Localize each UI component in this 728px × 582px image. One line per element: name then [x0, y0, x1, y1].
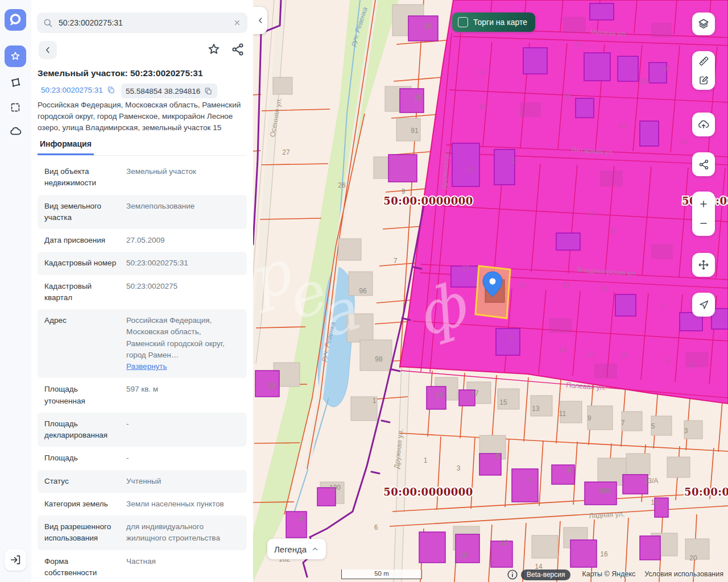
parcel-number-label: 6 — [689, 363, 693, 371]
row-value: Земли населенных пунктов — [118, 498, 240, 510]
app-logo[interactable] — [5, 9, 26, 31]
legend-label: Легенда — [274, 544, 307, 554]
cloud-icon — [9, 125, 22, 138]
parcel-number-label: 13/А — [644, 477, 659, 485]
parcel-number-label: 11 — [511, 157, 518, 165]
expand-address-link[interactable]: Развернуть — [126, 362, 167, 371]
parcel-number-label: 19 — [424, 22, 432, 30]
search-input[interactable] — [57, 18, 228, 28]
pan-mode-button[interactable] — [692, 253, 715, 277]
table-row: Категория земельЗемли населенных пунктов — [38, 493, 247, 516]
parcel-number-label: 14 — [558, 346, 566, 354]
selected-parcel[interactable] — [475, 266, 510, 318]
parcel-number-label: 3 — [684, 427, 688, 435]
login-icon — [9, 554, 22, 566]
row-label: Площадь уточненная — [44, 384, 118, 407]
parcel-number-label: 52 — [680, 138, 688, 146]
row-label: Кадастровый номер — [44, 257, 118, 269]
sidebar-item-area-polygon[interactable] — [5, 72, 26, 93]
row-value: Российская Федерация, Московская область… — [118, 315, 240, 372]
share-object-button[interactable] — [230, 42, 245, 59]
table-row: Кадастровый квартал50:23:0020275 — [38, 275, 247, 310]
table-row: Вид разрешенного использованиядля индиви… — [38, 516, 247, 550]
quarter-number-label: 50:00:0000000 — [383, 195, 473, 207]
table-row: АдресРоссийская Федерация, Московская об… — [38, 309, 247, 378]
measure-button[interactable] — [692, 51, 715, 70]
parcel-number-label: 3 — [457, 464, 461, 472]
parcel-number-label: 10 — [466, 165, 474, 173]
row-value: для индивидуального жилищного строительс… — [118, 521, 240, 544]
parcel-number-label: 12 — [500, 539, 508, 547]
table-row: Площадь декларированная- — [38, 413, 247, 447]
zoom-control — [692, 192, 715, 236]
row-label: Площадь декларированная — [44, 418, 118, 442]
object-detail-panel: Земельный участок: 50:23:0020275:31 50:2… — [31, 0, 253, 582]
locate-me-button[interactable] — [692, 293, 715, 317]
map-canvas[interactable]: реаф Мирная ул.Янтарная ул.Владимирская … — [253, 0, 728, 582]
login-button[interactable] — [5, 549, 26, 571]
back-button[interactable] — [39, 41, 57, 59]
parcel-number-label: 16 — [662, 65, 670, 73]
terms-of-use-link[interactable]: Условия использования — [644, 570, 723, 578]
plus-icon — [697, 198, 710, 210]
cadastral-map[interactable]: реаф Мирная ул.Янтарная ул.Владимирская … — [253, 0, 728, 582]
favorite-button[interactable] — [206, 42, 221, 59]
row-value: - — [118, 452, 240, 464]
legend-button[interactable]: Легенда — [267, 539, 326, 559]
scale-label: 50 m — [374, 570, 389, 577]
tab-information[interactable]: Информация — [38, 139, 94, 155]
sidebar-item-favorites[interactable] — [5, 45, 26, 67]
parcel-number-label: 5 — [510, 334, 514, 342]
sidebar-item-select-region[interactable] — [5, 97, 26, 118]
clear-search-icon[interactable] — [233, 18, 242, 27]
parcel-number-label: 52 — [574, 40, 582, 48]
draw-button[interactable] — [692, 70, 715, 90]
search-bar[interactable] — [37, 13, 247, 33]
parcel-number-label: 895 — [599, 487, 611, 495]
minus-icon — [697, 217, 710, 230]
share-map-button[interactable] — [692, 152, 715, 176]
trades-on-map-toggle[interactable]: Торги на карте — [452, 13, 535, 32]
copy-icon[interactable] — [106, 85, 115, 94]
parcel-number-label: 14 — [477, 68, 485, 76]
parcel-number-label: 13 — [562, 281, 570, 289]
info-table: Вид объекта недвижимостиЗемельный участо… — [38, 160, 247, 582]
row-value: Частная — [118, 556, 240, 579]
parcel-number-label: 9 — [568, 467, 572, 475]
table-row: Форма собственностиЧастная — [38, 550, 247, 582]
row-value: Земельный участок — [118, 166, 240, 189]
row-value: Землепользование — [118, 201, 240, 224]
parcel-number-label: 2 — [518, 110, 522, 118]
parcel-number-label: 54 — [618, 122, 626, 130]
zoom-in-button[interactable] — [692, 194, 715, 214]
parcel-number-label: 56 — [563, 92, 571, 100]
zoom-out-button[interactable] — [692, 214, 715, 233]
row-value: - — [118, 418, 240, 442]
parcel-number-label: 100 — [329, 484, 341, 492]
upload-button[interactable] — [692, 113, 715, 136]
collapse-panel-button[interactable] — [253, 7, 267, 34]
trades-toggle-label: Торги на карте — [473, 18, 527, 27]
navigation-arrow-icon — [698, 299, 710, 311]
ruler-icon — [698, 55, 710, 67]
yandex-copyright-link[interactable]: Карты © Яндекс — [582, 570, 635, 578]
cadastral-number-text: 50:23:0020275:31 — [41, 86, 103, 94]
copy-icon[interactable] — [204, 86, 213, 95]
parcel-number-label: 11 — [559, 410, 566, 418]
info-button[interactable] — [506, 568, 519, 581]
coordinates-chip[interactable]: 55.584854 38.294816 — [121, 84, 217, 98]
parcel-number-label: 23 — [268, 382, 276, 390]
row-label: Статус — [44, 476, 118, 487]
cloud-upload-icon — [697, 118, 710, 131]
row-label: Кадастровый квартал — [44, 281, 118, 304]
checkbox-icon[interactable] — [458, 17, 468, 27]
parcel-number-label: 4 — [300, 515, 304, 523]
share-icon — [698, 159, 710, 171]
sidebar-item-cloud[interactable] — [5, 120, 26, 142]
parcel-number-label: 91 — [411, 127, 419, 135]
layers-button[interactable] — [692, 13, 715, 35]
table-row: Площадь уточненная597 кв. м — [38, 378, 247, 413]
table-row: СтатусУчтенный — [38, 470, 247, 493]
table-row: Вид объекта недвижимостиЗемельный участо… — [38, 160, 247, 195]
cadastral-number-chip[interactable]: 50:23:0020275:31 — [38, 84, 119, 96]
